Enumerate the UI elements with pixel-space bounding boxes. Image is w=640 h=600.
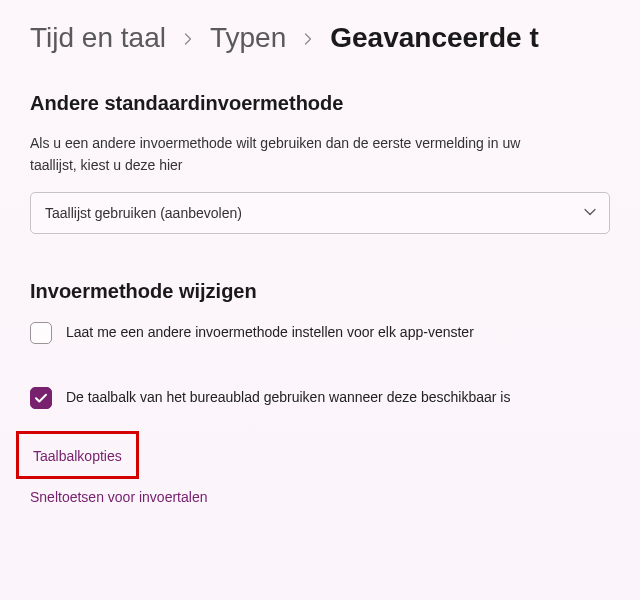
- default-input-select[interactable]: Taallijst gebruiken (aanbevolen): [30, 192, 610, 234]
- link-hotkeys-input-languages[interactable]: Sneltoetsen voor invoertalen: [30, 485, 207, 509]
- checkbox-label-per-window: Laat me een andere invoermethode instell…: [66, 321, 474, 344]
- chevron-right-icon: [302, 27, 314, 50]
- breadcrumb-link-typing[interactable]: Typen: [210, 22, 286, 54]
- page-content: Andere standaardinvoermethode Als u een …: [0, 62, 640, 525]
- checkbox-row-per-window: Laat me een andere invoermethode instell…: [30, 321, 610, 344]
- checkbox-label-desktop-langbar: De taalbalk van het bureaublad gebruiken…: [66, 386, 510, 409]
- link-list: Taalbalkopties Sneltoetsen voor invoerta…: [30, 431, 610, 525]
- checkbox-row-desktop-langbar: De taalbalk van het bureaublad gebruiken…: [30, 386, 610, 409]
- breadcrumb-current: Geavanceerde t: [330, 22, 539, 54]
- link-language-bar-options[interactable]: Taalbalkopties: [33, 444, 122, 468]
- checkbox-desktop-langbar[interactable]: [30, 387, 52, 409]
- default-input-select-value: Taallijst gebruiken (aanbevolen): [45, 205, 242, 221]
- section-description-default-input: Als u een andere invoermethode wilt gebr…: [30, 133, 570, 176]
- section-heading-change-input: Invoermethode wijzigen: [30, 280, 610, 303]
- checkbox-per-window[interactable]: [30, 322, 52, 344]
- annotation-highlight: Taalbalkopties: [16, 431, 139, 479]
- section-heading-default-input: Andere standaardinvoermethode: [30, 92, 610, 115]
- breadcrumb: Tijd en taal Typen Geavanceerde t: [0, 0, 640, 62]
- breadcrumb-link-time-language[interactable]: Tijd en taal: [30, 22, 166, 54]
- chevron-right-icon: [182, 27, 194, 50]
